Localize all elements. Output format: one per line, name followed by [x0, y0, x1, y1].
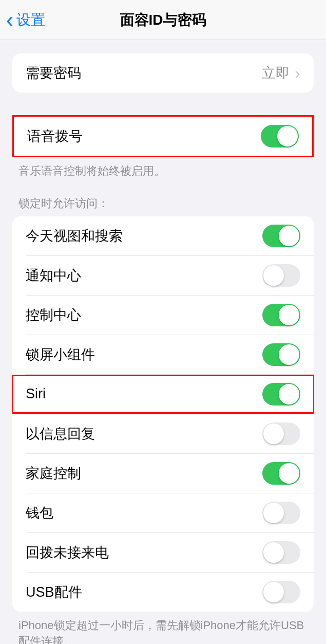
row-right: 立即 › [262, 64, 300, 83]
lock-access-row: 控制中心 [12, 296, 314, 335]
voice-dial-group: 语音拨号 [12, 115, 314, 157]
toggle-knob [279, 384, 299, 404]
toggle-knob [263, 582, 284, 602]
back-button[interactable]: ‹ 设置 [6, 9, 45, 31]
require-passcode-value: 立即 [262, 64, 290, 82]
lock-access-row: 通知中心 [12, 256, 314, 295]
toggle-knob [279, 226, 299, 246]
lock-access-toggle[interactable] [262, 383, 300, 406]
lock-access-toggle[interactable] [262, 462, 300, 485]
lock-access-toggle[interactable] [262, 304, 300, 326]
lock-access-item-label: 锁屏小组件 [26, 345, 95, 364]
lock-access-item-label: 钱包 [26, 504, 53, 522]
passcode-group: 需要密码 立即 › [12, 53, 314, 93]
require-passcode-row[interactable]: 需要密码 立即 › [12, 53, 314, 93]
toggle-knob [279, 463, 299, 484]
lock-access-footer: iPhone锁定超过一小时后，需先解锁iPhone才能允许USB配件连接。 [0, 612, 326, 644]
lock-access-item-label: 回拨未接来电 [26, 543, 109, 562]
lock-access-toggle[interactable] [262, 502, 300, 524]
lock-access-group: 今天视图和搜索通知中心控制中心锁屏小组件Siri以信息回复家庭控制钱包回拨未接来… [12, 216, 314, 612]
lock-access-item-label: 通知中心 [26, 266, 81, 285]
chevron-left-icon: ‹ [6, 9, 13, 31]
page-title: 面容ID与密码 [120, 10, 206, 30]
lock-access-toggle[interactable] [262, 581, 300, 603]
lock-access-row: 今天视图和搜索 [12, 216, 314, 255]
lock-access-row: 家庭控制 [12, 454, 314, 493]
lock-access-toggle[interactable] [262, 343, 300, 366]
toggle-knob [263, 503, 284, 523]
lock-access-row: 锁屏小组件 [12, 335, 314, 374]
lock-access-toggle[interactable] [262, 422, 300, 445]
voice-dial-row: 语音拨号 [14, 117, 312, 156]
toggle-knob [263, 265, 284, 286]
lock-access-toggle[interactable] [262, 541, 300, 564]
lock-access-row: 以信息回复 [12, 414, 314, 453]
voice-dial-label: 语音拨号 [27, 127, 83, 145]
lock-access-item-label: 以信息回复 [26, 425, 95, 443]
lock-access-toggle[interactable] [262, 225, 300, 247]
lock-access-row: 钱包 [12, 493, 314, 532]
toggle-knob [263, 542, 284, 563]
lock-access-item-label: 今天视图和搜索 [26, 227, 123, 245]
lock-access-header: 锁定时允许访问： [0, 179, 326, 216]
require-passcode-label: 需要密码 [26, 64, 81, 82]
voice-dial-footer: 音乐语音控制将始终被启用。 [0, 157, 326, 179]
lock-access-item-label: 控制中心 [26, 306, 81, 324]
toggle-knob [277, 126, 298, 146]
lock-access-row: Siri [12, 375, 314, 414]
navigation-bar: ‹ 设置 面容ID与密码 [0, 0, 326, 40]
lock-access-row: 回拨未接来电 [12, 533, 314, 572]
lock-access-row: USB配件 [12, 573, 314, 612]
chevron-right-icon: › [295, 64, 300, 83]
lock-access-item-label: 家庭控制 [26, 464, 81, 483]
lock-access-toggle[interactable] [262, 264, 300, 287]
toggle-knob [279, 305, 299, 325]
content-area: 需要密码 立即 › 语音拨号 音乐语音控制将始终被启用。 锁定时允许访问： 今天… [0, 40, 326, 644]
toggle-knob [263, 424, 284, 444]
lock-access-item-label: USB配件 [26, 583, 82, 601]
voice-dial-toggle[interactable] [261, 125, 299, 148]
toggle-knob [279, 344, 299, 365]
back-label: 设置 [16, 10, 45, 30]
lock-access-item-label: Siri [26, 386, 46, 402]
